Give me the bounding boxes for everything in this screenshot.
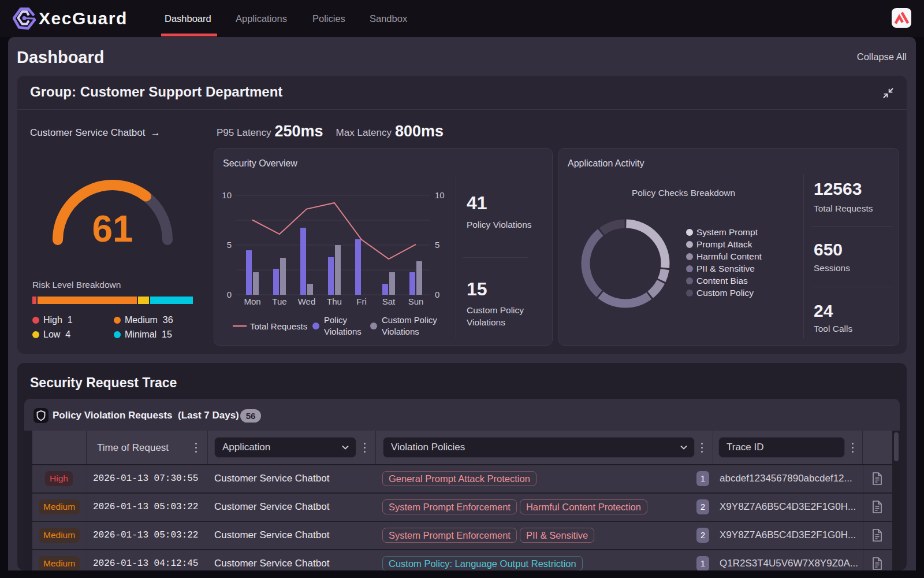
svg-text:Policy: Policy <box>324 315 348 325</box>
svg-text:0: 0 <box>435 290 439 299</box>
svg-text:0: 0 <box>227 290 232 299</box>
svg-text:5: 5 <box>435 240 439 250</box>
svg-text:Thu: Thu <box>327 297 342 306</box>
svg-text:Fri: Fri <box>356 297 367 306</box>
svg-text:Tue: Tue <box>272 297 286 306</box>
svg-text:Sun: Sun <box>408 297 424 306</box>
svg-text:Sat: Sat <box>382 297 396 306</box>
svg-text:Wed: Wed <box>298 297 316 306</box>
svg-text:Violations: Violations <box>324 327 362 336</box>
svg-text:Mon: Mon <box>244 297 260 306</box>
svg-text:Custom Policy: Custom Policy <box>382 315 437 325</box>
svg-text:Violations: Violations <box>382 327 419 336</box>
svg-text:5: 5 <box>227 240 232 250</box>
svg-text:10: 10 <box>435 190 445 200</box>
svg-text:10: 10 <box>222 190 232 200</box>
svg-text:Total Requests: Total Requests <box>250 321 307 331</box>
